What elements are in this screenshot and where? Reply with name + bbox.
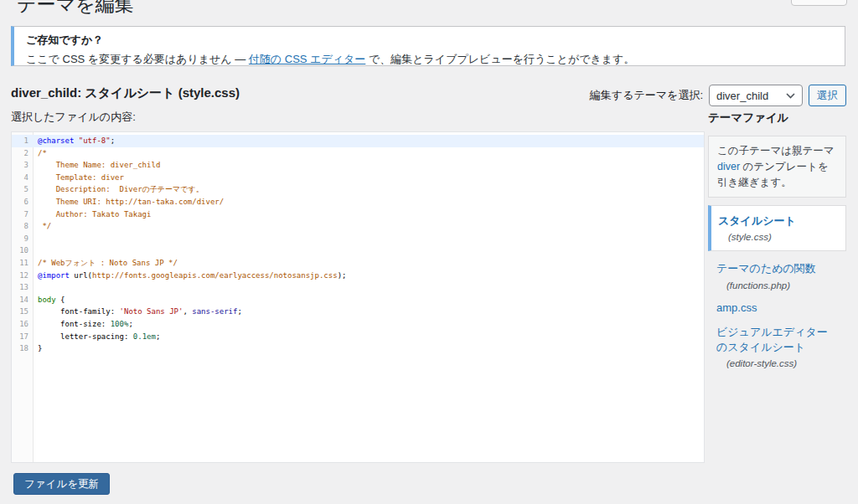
code-text: body {: [34, 294, 65, 306]
code-text: Template: diver: [34, 172, 124, 184]
parent-theme-link[interactable]: diver: [717, 161, 740, 172]
line-number: 9: [12, 233, 34, 245]
line-number: 11: [12, 257, 34, 270]
line-number: 17: [12, 331, 34, 343]
theme-file-item: amp.css: [708, 292, 846, 317]
theme-select[interactable]: diver_child: [709, 85, 803, 106]
code-text: Description: Diverの子テーマです。: [34, 183, 204, 196]
code-text: [34, 244, 38, 257]
child-theme-info: この子テーマは親テーマ diver のテンプレートを引き継ぎます。: [708, 136, 846, 198]
file-content-label: 選択したファイルの内容:: [11, 110, 136, 125]
code-text: /* Webフォント : Noto Sans JP */: [34, 257, 178, 270]
code-line[interactable]: 6 Theme URI: http://tan-taka.com/diver/: [12, 196, 704, 208]
code-text: @import url(http://fonts.googleapis.com/…: [34, 270, 346, 282]
code-text: letter-spacing: 0.1em;: [34, 331, 160, 343]
line-number: 18: [12, 342, 34, 355]
code-text: font-family: 'Noto Sans JP', sans-serif;: [34, 306, 242, 318]
line-number: 16: [12, 318, 34, 331]
line-number: 14: [12, 294, 34, 306]
theme-file-name: (style.css): [718, 232, 837, 242]
theme-file-item: スタイルシート(style.css): [708, 205, 846, 251]
code-line[interactable]: 15 font-family: 'Noto Sans JP', sans-ser…: [12, 306, 704, 318]
select-theme-button[interactable]: 選択: [809, 85, 846, 106]
line-number: 12: [12, 270, 34, 282]
code-line[interactable]: 10: [12, 244, 704, 257]
theme-file-link[interactable]: スタイルシート: [718, 213, 796, 229]
line-number: 3: [12, 159, 34, 172]
line-number: 7: [12, 208, 34, 221]
code-line[interactable]: 2/*: [12, 147, 704, 160]
sidebar-title: テーマファイル: [708, 111, 846, 126]
code-text: font-size: 100%;: [34, 318, 133, 331]
page-title: テーマを編集: [17, 0, 134, 15]
code-line[interactable]: 8 */: [12, 220, 704, 233]
help-tab-button[interactable]: [791, 0, 847, 6]
code-text: [34, 233, 38, 245]
line-number: 15: [12, 306, 34, 318]
code-line[interactable]: 9: [12, 233, 704, 245]
code-text: }: [34, 342, 42, 355]
code-line[interactable]: 5 Description: Diverの子テーマです。: [12, 183, 704, 196]
code-line[interactable]: 17 letter-spacing: 0.1em;: [12, 331, 704, 343]
code-line[interactable]: 12@import url(http://fonts.googleapis.co…: [12, 270, 704, 282]
info-text-before: この子テーマは親テーマ: [717, 145, 835, 157]
line-number: 2: [12, 147, 34, 160]
theme-select-value: diver_child: [716, 90, 768, 102]
code-line[interactable]: 13: [12, 281, 704, 294]
notice-text-after: で、編集とライブプレビューを行うことができます。: [365, 53, 634, 65]
line-number: 8: [12, 220, 34, 233]
code-line[interactable]: 11/* Webフォント : Noto Sans JP */: [12, 257, 704, 270]
theme-switcher: 編集するテーマを選択: diver_child 選択: [590, 85, 846, 106]
code-line[interactable]: 1@charset "utf-8";: [12, 135, 704, 147]
notice-text-before: ここで CSS を変更する必要はありません —: [26, 53, 249, 65]
theme-select-label: 編集するテーマを選択:: [590, 88, 703, 103]
theme-file-link[interactable]: amp.css: [716, 301, 757, 316]
file-title: diver_child: スタイルシート (style.css): [11, 85, 240, 101]
code-text: @charset "utf-8";: [34, 135, 115, 147]
line-number: 1: [12, 135, 34, 147]
code-text: Theme Name: diver_child: [34, 159, 160, 172]
line-number: 13: [12, 281, 34, 294]
update-file-button[interactable]: ファイルを更新: [13, 473, 110, 495]
theme-file-item: ビジュアルエディターのスタイルシート(editor-style.css): [708, 317, 846, 370]
css-editor-link[interactable]: 付随の CSS エディター: [249, 53, 365, 65]
code-line[interactable]: 3 Theme Name: diver_child: [12, 159, 704, 172]
theme-file-list: スタイルシート(style.css)テーマのための関数(functions.ph…: [708, 205, 846, 370]
chevron-down-icon: [786, 93, 795, 99]
theme-file-name: (editor-style.css): [716, 358, 838, 368]
line-number: 10: [12, 244, 34, 257]
code-text: */: [34, 220, 51, 233]
theme-file-link[interactable]: ビジュアルエディターのスタイルシート: [716, 325, 838, 355]
code-line[interactable]: 4 Template: diver: [12, 172, 704, 184]
code-text: [34, 281, 38, 294]
notice-body: ここで CSS を変更する必要はありません — 付随の CSS エディター で、…: [26, 52, 833, 67]
theme-file-link[interactable]: テーマのための関数: [716, 261, 816, 276]
line-number: 6: [12, 196, 34, 208]
code-line[interactable]: 7 Author: Takato Takagi: [12, 208, 704, 221]
theme-files-sidebar: テーマファイル この子テーマは親テーマ diver のテンプレートを引き継ぎます…: [708, 111, 846, 370]
theme-file-name: (functions.php): [716, 280, 838, 291]
code-text: Author: Takato Takagi: [34, 208, 151, 221]
theme-file-item: テーマのための関数(functions.php): [708, 253, 846, 291]
notice-box: ご存知ですか？ ここで CSS を変更する必要はありません — 付随の CSS …: [11, 26, 845, 66]
line-number: 4: [12, 172, 34, 184]
code-line[interactable]: 16 font-size: 100%;: [12, 318, 704, 331]
code-line[interactable]: 18}: [12, 342, 704, 355]
code-line[interactable]: 14body {: [12, 294, 704, 306]
line-number: 5: [12, 183, 34, 196]
notice-title: ご存知ですか？: [26, 33, 833, 48]
code-text: Theme URI: http://tan-taka.com/diver/: [34, 196, 224, 208]
code-editor[interactable]: 1@charset "utf-8";2/*3 Theme Name: diver…: [11, 131, 705, 463]
code-text: /*: [34, 147, 47, 160]
